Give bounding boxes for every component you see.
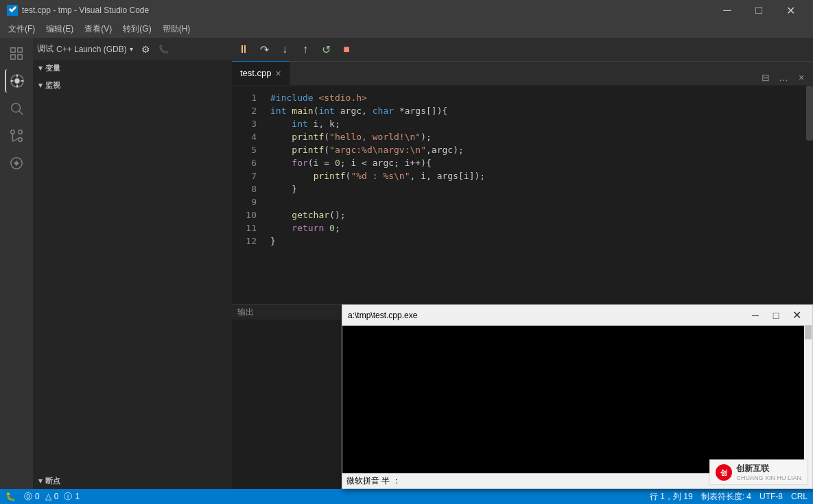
code-line-1: #include <stdio.h> <box>270 91 805 104</box>
titlebar-left: test.cpp - tmp - Visual Studio Code <box>7 5 149 16</box>
svg-point-9 <box>12 104 21 112</box>
menu-view[interactable]: 查看(V) <box>79 22 117 36</box>
console-body[interactable] <box>342 326 812 473</box>
svg-text:创: 创 <box>720 469 727 477</box>
code-line-10: getchar(); <box>270 208 805 221</box>
eol-text: CRL <box>791 492 808 501</box>
code-line-6: for(i = 0; i < argc; i++){ <box>270 156 805 169</box>
error-icon: ⓪ <box>24 491 32 503</box>
scrollbar-thumb[interactable] <box>806 86 813 141</box>
line-number-4: 4 <box>232 130 257 143</box>
line-number-11: 11 <box>232 221 257 235</box>
close-button[interactable]: ✕ <box>775 0 806 21</box>
debug-config-name[interactable]: C++ Launch (GDB) <box>56 45 127 54</box>
activity-source-control[interactable] <box>5 124 28 147</box>
breakpoints-arrow: ▾ <box>38 477 43 485</box>
tab-test-cpp[interactable]: test.cpp × <box>232 61 290 85</box>
menu-edit[interactable]: 编辑(E) <box>40 22 79 36</box>
pause-button[interactable]: ⏸ <box>236 42 251 57</box>
tab-close-button[interactable]: × <box>276 68 281 79</box>
sidebar-section-watch: ▾ 监视 <box>33 77 232 93</box>
activity-debug[interactable] <box>5 69 28 93</box>
svg-point-4 <box>14 78 19 83</box>
svg-rect-2 <box>11 55 15 59</box>
line-number-6: 6 <box>232 156 257 169</box>
console-maximize-button[interactable]: □ <box>766 309 786 322</box>
code-line-2: int main(int argc, char *args[]){ <box>270 104 805 117</box>
svg-rect-3 <box>18 55 22 59</box>
watch-title: 监视 <box>45 80 60 91</box>
watermark-logo: 创 <box>716 464 732 481</box>
watermark-text: 创新互联 CHUANG XIN HU LIAN <box>736 463 801 481</box>
line-number-5: 5 <box>232 143 257 156</box>
tab-filename: test.cpp <box>240 68 272 78</box>
line-number-10: 10 <box>232 208 257 221</box>
code-content[interactable]: #include <stdio.h> int main(int argc, ch… <box>262 86 805 304</box>
step-out-button[interactable]: ↑ <box>298 42 313 57</box>
activity-bar <box>0 38 33 489</box>
activity-explorer[interactable] <box>5 42 28 65</box>
cursor-position[interactable]: 行 1，列 19 <box>650 491 693 503</box>
watch-header[interactable]: ▾ 监视 <box>33 77 232 93</box>
error-count-item[interactable]: ⓪ 0 △ 0 ⓘ 1 <box>24 491 80 503</box>
code-line-12: } <box>270 235 805 248</box>
breakpoints-title: 断点 <box>45 476 60 486</box>
statusbar: 🐛 ⓪ 0 △ 0 ⓘ 1 行 1，列 19 制表符长度: 4 UTF-8 CR… <box>0 489 813 504</box>
warning-icon: △ <box>45 492 51 501</box>
warning-count: 0 <box>54 492 59 501</box>
line-number-1: 1 <box>232 91 257 104</box>
debug-config-arrow[interactable]: ▾ <box>130 45 133 53</box>
encoding-text: UTF-8 <box>759 492 783 501</box>
editor-scrollbar[interactable] <box>805 86 813 304</box>
svg-rect-0 <box>11 48 15 52</box>
debug-call-button[interactable]: 📞 <box>156 42 172 57</box>
output-tab[interactable]: 输出 <box>237 307 254 318</box>
code-line-9 <box>270 195 805 208</box>
maximize-button[interactable]: □ <box>743 0 775 21</box>
more-actions-button[interactable]: … <box>776 70 791 85</box>
activity-extensions[interactable] <box>5 152 28 175</box>
sidebar-empty-space <box>33 93 232 473</box>
variables-title: 变量 <box>45 63 60 73</box>
svg-point-13 <box>19 130 23 134</box>
split-editor-button[interactable]: ⊟ <box>758 70 773 85</box>
breakpoints-header[interactable]: ▾ 断点 <box>33 473 232 489</box>
watch-arrow: ▾ <box>38 81 43 90</box>
info-count: 1 <box>75 492 80 501</box>
svg-point-11 <box>11 130 15 134</box>
activity-search[interactable] <box>5 97 28 120</box>
statusbar-right: 行 1，列 19 制表符长度: 4 UTF-8 CRL <box>650 491 808 503</box>
debug-settings-button[interactable]: ⚙ <box>139 42 154 57</box>
console-minimize-button[interactable]: ─ <box>745 309 766 322</box>
tab-bar: test.cpp × ⊟ … × <box>232 62 813 86</box>
console-controls: ─ □ ✕ <box>745 309 807 322</box>
debug-controls-row: ⏸ ↷ ↓ ↑ ↺ ■ <box>232 38 813 62</box>
svg-rect-1 <box>18 48 22 52</box>
debug-status[interactable]: 🐛 <box>5 492 16 501</box>
menu-goto[interactable]: 转到(G) <box>117 22 156 36</box>
console-close-button[interactable]: ✕ <box>786 309 807 322</box>
minimize-button[interactable]: ─ <box>711 0 743 21</box>
console-scrollbar-thumb[interactable] <box>805 326 812 339</box>
step-over-button[interactable]: ↷ <box>257 42 272 57</box>
step-into-button[interactable]: ↓ <box>277 42 292 57</box>
close-editors-button[interactable]: × <box>794 70 809 85</box>
watermark-en: CHUANG XIN HU LIAN <box>736 475 801 481</box>
svg-point-12 <box>19 138 23 142</box>
menu-help[interactable]: 帮助(H) <box>157 22 196 36</box>
console-titlebar: a:\tmp\test.cpp.exe ─ □ ✕ <box>342 305 812 326</box>
stop-button[interactable]: ■ <box>339 42 354 57</box>
encoding-status[interactable]: UTF-8 <box>759 492 783 501</box>
restart-button[interactable]: ↺ <box>318 42 333 57</box>
line-number-3: 3 <box>232 117 257 130</box>
svg-line-10 <box>19 111 23 115</box>
eol-status[interactable]: CRL <box>791 492 808 501</box>
code-line-3: int i, k; <box>270 117 805 130</box>
variables-header[interactable]: ▾ 变量 <box>33 60 232 76</box>
watermark-cn: 创新互联 <box>736 463 801 475</box>
titlebar: test.cpp - tmp - Visual Studio Code ─ □ … <box>0 0 813 21</box>
menu-file[interactable]: 文件(F) <box>3 22 40 36</box>
code-line-4: printf("hello, world!\n"); <box>270 130 805 143</box>
indent-status[interactable]: 制表符长度: 4 <box>701 491 751 503</box>
watermark: 创 创新互联 CHUANG XIN HU LIAN <box>709 459 808 485</box>
